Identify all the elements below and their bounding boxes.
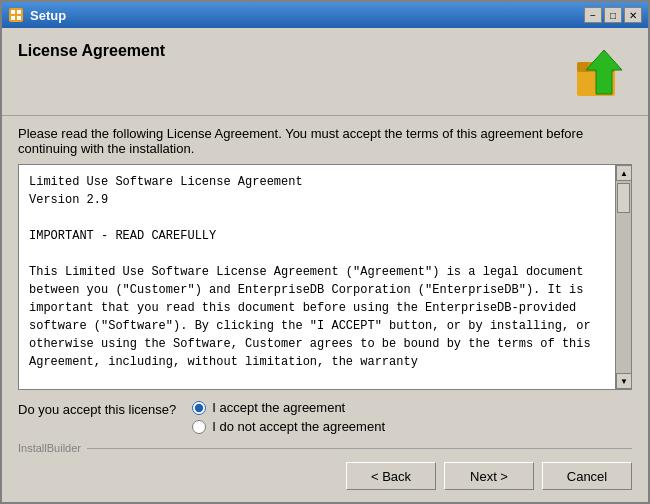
accept-option[interactable]: I accept the agreement <box>192 400 385 415</box>
svg-rect-4 <box>17 16 21 20</box>
svg-rect-3 <box>11 16 15 20</box>
button-area: < Back Next > Cancel <box>2 454 648 502</box>
minimize-button[interactable]: − <box>584 7 602 23</box>
svg-rect-2 <box>17 10 21 14</box>
app-icon <box>8 7 24 23</box>
install-builder-label: InstallBuilder <box>2 440 648 454</box>
radio-area: Do you accept this license? I accept the… <box>2 390 648 440</box>
license-content: Limited Use Software License Agreement V… <box>29 175 598 369</box>
decline-option[interactable]: I do not accept the agreement <box>192 419 385 434</box>
header-icon-area <box>572 42 632 105</box>
header-arrow-icon <box>572 42 632 102</box>
title-bar-left: Setup <box>8 7 66 23</box>
main-content: License Agreement Please read the follow… <box>2 28 648 502</box>
radio-label: Do you accept this license? <box>18 400 176 417</box>
scroll-thumb[interactable] <box>617 183 630 213</box>
license-text: Limited Use Software License Agreement V… <box>19 165 615 389</box>
radio-options: I accept the agreement I do not accept t… <box>192 400 385 434</box>
header-text: License Agreement <box>18 42 556 64</box>
scroll-track <box>616 181 631 373</box>
install-builder-text: InstallBuilder <box>18 442 81 454</box>
scrollbar[interactable]: ▲ ▼ <box>615 165 631 389</box>
scroll-up-button[interactable]: ▲ <box>616 165 632 181</box>
next-button[interactable]: Next > <box>444 462 534 490</box>
decline-radio[interactable] <box>192 420 206 434</box>
window-title: Setup <box>30 8 66 23</box>
cancel-button[interactable]: Cancel <box>542 462 632 490</box>
description-area: Please read the following License Agreem… <box>2 116 648 164</box>
back-button[interactable]: < Back <box>346 462 436 490</box>
accept-radio[interactable] <box>192 401 206 415</box>
close-button[interactable]: ✕ <box>624 7 642 23</box>
title-bar: Setup − □ ✕ <box>2 2 648 28</box>
accept-label: I accept the agreement <box>212 400 345 415</box>
setup-window: Setup − □ ✕ License Agreement <box>0 0 650 504</box>
svg-rect-1 <box>11 10 15 14</box>
header-area: License Agreement <box>2 28 648 116</box>
license-text-box: Limited Use Software License Agreement V… <box>18 164 632 390</box>
page-title: License Agreement <box>18 42 556 60</box>
title-bar-controls: − □ ✕ <box>584 7 642 23</box>
decline-label: I do not accept the agreement <box>212 419 385 434</box>
scroll-down-button[interactable]: ▼ <box>616 373 632 389</box>
maximize-button[interactable]: □ <box>604 7 622 23</box>
description-text: Please read the following License Agreem… <box>18 126 583 156</box>
